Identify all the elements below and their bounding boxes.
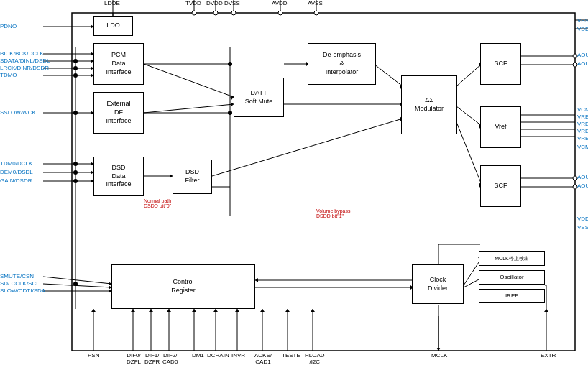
pcm-block: PCMDataInterface [93, 43, 144, 85]
dsd-filter-block: DSDFilter [173, 160, 212, 194]
svg-marker-88 [192, 309, 196, 312]
svg-marker-96 [285, 309, 290, 312]
svg-marker-86 [167, 309, 171, 312]
control-register-block: ControlRegister [111, 264, 255, 309]
svg-point-114 [228, 62, 232, 66]
svg-marker-123 [255, 278, 258, 282]
dsd-data-block: DSDDataInterface [93, 157, 144, 196]
extr-label: EXTR [541, 352, 556, 359]
block-diagram: LDO PCMDataInterface ExternalDFInterface… [0, 0, 588, 365]
mclk-bottom-label: MCLK [431, 352, 447, 359]
dvss-label: DVSS [224, 0, 240, 6]
svg-line-75 [464, 260, 480, 285]
svg-point-10 [231, 11, 236, 15]
delta-sigma-block: ΔΣModulator [401, 75, 457, 134]
svg-line-43 [212, 119, 403, 176]
vrefhr-label: VREFHR [577, 135, 588, 142]
svg-point-116 [228, 111, 232, 115]
dchain-label: DCHAIN [207, 352, 229, 359]
slow-label: SLOW/CDTI/SDA [0, 287, 45, 294]
deemphasis-block: De-emphasis&Interpolator [308, 43, 376, 85]
svg-marker-82 [131, 309, 135, 312]
sslow-label: SSLOW/WCK [0, 109, 36, 116]
aoutrn-label: AOUTRN [577, 182, 588, 189]
lrck-label: LRCK/DINR/DSDR [0, 65, 49, 71]
bick-label: BICK/BCK/DCLK [0, 50, 44, 57]
clock-divider-block: ClockDivider [412, 264, 464, 304]
svg-point-111 [73, 282, 78, 286]
vreflr-label: VREFLR [577, 128, 588, 134]
iref-block: IREF [479, 289, 545, 303]
vrefll-label: VREFLL [577, 121, 588, 127]
mclk-stop-block: MCLK停止検出 [479, 251, 545, 266]
vssr-label: VSSR [577, 224, 588, 231]
svg-point-9 [213, 11, 218, 15]
tdm1-label: TDM1 [188, 352, 204, 359]
svg-line-47 [456, 106, 482, 126]
scf-top-block: SCF [480, 43, 521, 85]
dif1-label: DIF1/DZFR [144, 352, 160, 365]
datt-block: DATTSoft Mute [234, 78, 284, 117]
normal-path-label: Normal pathDSDD bit"0" [144, 198, 171, 208]
ext-df-block: ExternalDFInterface [93, 92, 144, 134]
svg-point-109 [73, 170, 78, 175]
teste-label: TESTE [282, 352, 300, 359]
sdata-label: SDATA/DINL/DSDL [0, 57, 50, 64]
svg-line-49 [456, 122, 482, 185]
tvdd-label: TVDD [185, 0, 201, 6]
aoutlp-label: AOUTLP [577, 60, 588, 67]
ldo-block: LDO [93, 16, 133, 36]
svg-point-107 [73, 111, 78, 115]
svg-line-45 [456, 64, 482, 86]
svg-point-105 [73, 66, 78, 70]
svg-marker-80 [91, 309, 96, 312]
svg-line-31 [144, 64, 234, 97]
vddr-label: VDDR [577, 216, 588, 222]
svg-line-65 [43, 277, 111, 284]
svg-line-67 [43, 284, 111, 287]
dem0-label: DEM0/DSDL [0, 169, 33, 175]
svg-line-77 [464, 279, 480, 287]
hload-label: HLOAD/I2C [305, 352, 325, 365]
invr-label: INVR [231, 352, 245, 359]
pdno-label: PDNO [0, 23, 17, 29]
vddl-label: VDDL [577, 26, 588, 32]
svg-line-33 [144, 104, 234, 113]
dif2-label: DIF2/CAD0 [162, 352, 178, 365]
volume-bypass-label: Volume bypassDSDD bit"1" [316, 208, 350, 218]
svg-marker-98 [311, 309, 315, 312]
scf-bot-block: SCF [480, 165, 521, 207]
ldoe-label: LDOE [104, 0, 120, 6]
gain-label: GAIN/DSDR [0, 177, 32, 184]
svg-marker-92 [235, 309, 239, 312]
svg-line-39 [374, 64, 403, 86]
svg-point-110 [73, 179, 78, 183]
acks-label: ACKS/CAD1 [254, 352, 272, 365]
svg-marker-84 [149, 309, 153, 312]
smute-label: SMUTE/CSN [0, 273, 34, 279]
vref-block: Vref [480, 106, 521, 148]
vcmr-label: VCMR [577, 144, 588, 150]
svg-marker-101 [544, 309, 548, 312]
svg-point-108 [73, 162, 78, 166]
svg-point-11 [278, 11, 282, 15]
svg-marker-94 [260, 309, 265, 312]
avss-label: AVSS [308, 0, 323, 6]
svg-marker-90 [213, 309, 218, 312]
svg-marker-74 [436, 348, 441, 351]
vrefhl-label: VREFHL [577, 114, 588, 120]
svg-point-106 [73, 73, 78, 78]
vcml-label: VCML [577, 106, 588, 113]
dvdd-label: DVDD [206, 0, 223, 6]
tdm0-label: TDM0/DCLK [0, 160, 32, 167]
oscillator-block: Oscillator [479, 270, 545, 285]
svg-point-8 [192, 11, 196, 15]
aoutln-label: AOUTLN [577, 52, 588, 58]
psn-label: PSN [88, 352, 99, 359]
sd-label: SD/ CCLK/SCL [0, 280, 40, 287]
tdmo-label: TDMO [0, 72, 17, 78]
avdd-label: AVDD [272, 0, 288, 6]
svg-point-12 [314, 11, 318, 15]
svg-point-104 [73, 59, 78, 63]
vssl-label: VSSL [577, 17, 588, 24]
